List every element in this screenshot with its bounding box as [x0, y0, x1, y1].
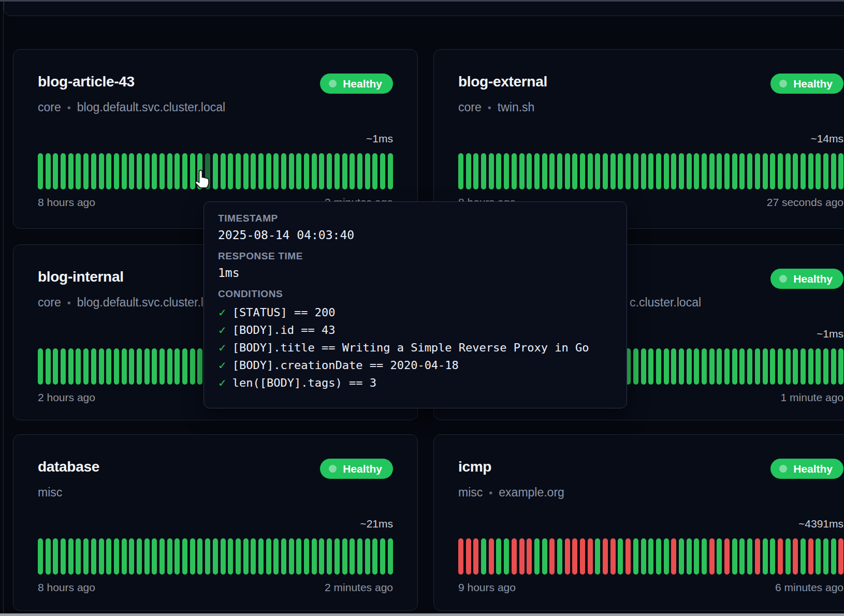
uptime-bar[interactable]	[687, 538, 692, 575]
uptime-bar[interactable]	[114, 153, 119, 189]
uptime-bar[interactable]	[770, 348, 775, 385]
uptime-bar[interactable]	[747, 153, 752, 189]
uptime-bar[interactable]	[778, 153, 783, 189]
uptime-bar[interactable]	[838, 348, 843, 385]
uptime-bar[interactable]	[243, 153, 249, 189]
uptime-bar[interactable]	[633, 153, 638, 189]
uptime-bar[interactable]	[273, 153, 279, 189]
uptime-bar[interactable]	[228, 153, 233, 189]
uptime-bar[interactable]	[785, 153, 791, 189]
uptime-bar[interactable]	[823, 153, 828, 189]
uptime-bar[interactable]	[197, 538, 202, 575]
uptime-bar[interactable]	[129, 538, 134, 575]
uptime-bar[interactable]	[228, 538, 233, 575]
uptime-bar[interactable]	[641, 348, 646, 385]
uptime-bar[interactable]	[565, 153, 570, 189]
uptime-bar[interactable]	[213, 153, 218, 189]
uptime-bar[interactable]	[91, 153, 96, 189]
uptime-bar[interactable]	[679, 348, 684, 385]
uptime-bar[interactable]	[816, 348, 821, 385]
uptime-bar[interactable]	[648, 538, 653, 575]
uptime-bar[interactable]	[304, 538, 309, 575]
uptime-bar[interactable]	[122, 153, 127, 189]
uptime-bar[interactable]	[99, 348, 104, 385]
uptime-bar[interactable]	[633, 348, 638, 385]
uptime-bar[interactable]	[603, 538, 608, 575]
uptime-bar[interactable]	[572, 153, 577, 189]
uptime-bar[interactable]	[709, 538, 715, 575]
uptime-bar[interactable]	[83, 538, 89, 575]
uptime-bar[interactable]	[648, 348, 653, 385]
uptime-bar[interactable]	[380, 153, 385, 189]
uptime-bar[interactable]	[68, 153, 74, 189]
uptime-bar[interactable]	[801, 538, 806, 575]
uptime-bar[interactable]	[205, 538, 210, 575]
uptime-bar[interactable]	[296, 538, 301, 575]
uptime-bar[interactable]	[83, 348, 89, 385]
uptime-bar[interactable]	[350, 538, 355, 575]
uptime-bar[interactable]	[46, 538, 51, 575]
uptime-bar[interactable]	[46, 153, 51, 189]
uptime-bar[interactable]	[129, 348, 134, 385]
uptime-bar[interactable]	[266, 538, 271, 575]
uptime-bar[interactable]	[512, 153, 517, 189]
uptime-bar[interactable]	[557, 538, 562, 575]
uptime-bar[interactable]	[106, 538, 111, 575]
uptime-bar[interactable]	[380, 538, 385, 575]
uptime-bar[interactable]	[702, 348, 707, 385]
uptime-bar[interactable]	[365, 538, 370, 575]
uptime-bar[interactable]	[334, 153, 340, 189]
uptime-bar[interactable]	[152, 153, 157, 189]
uptime-bar[interactable]	[319, 538, 324, 575]
uptime-bar[interactable]	[174, 153, 180, 189]
uptime-bar[interactable]	[473, 153, 478, 189]
uptime-bar[interactable]	[182, 538, 187, 575]
uptime-bar[interactable]	[466, 538, 471, 575]
uptime-bar[interactable]	[304, 153, 309, 189]
uptime-bar[interactable]	[831, 153, 836, 189]
uptime-bar[interactable]	[281, 538, 286, 575]
status-card[interactable]: icmp misc•example.org Healthy ~4391ms 9 …	[433, 434, 844, 611]
uptime-bar[interactable]	[372, 538, 377, 575]
uptime-bar[interactable]	[174, 538, 180, 575]
uptime-bar[interactable]	[618, 538, 623, 575]
uptime-bar[interactable]	[481, 153, 486, 189]
uptime-bar[interactable]	[793, 153, 798, 189]
uptime-bar[interactable]	[671, 538, 676, 575]
uptime-bar[interactable]	[76, 538, 81, 575]
uptime-bar[interactable]	[778, 538, 783, 575]
uptime-bar[interactable]	[732, 538, 737, 575]
uptime-bar[interactable]	[595, 153, 600, 189]
uptime-bar[interactable]	[687, 153, 692, 189]
uptime-bar[interactable]	[724, 153, 730, 189]
uptime-bar[interactable]	[588, 538, 593, 575]
uptime-bar[interactable]	[785, 348, 791, 385]
uptime-bar[interactable]	[595, 538, 600, 575]
uptime-bar[interactable]	[258, 153, 264, 189]
uptime-bar[interactable]	[53, 348, 58, 385]
uptime-bar[interactable]	[679, 153, 684, 189]
uptime-bar[interactable]	[717, 153, 722, 189]
uptime-bar[interactable]	[739, 538, 745, 575]
uptime-bar[interactable]	[319, 153, 324, 189]
uptime-bar[interactable]	[763, 348, 768, 385]
uptime-bar[interactable]	[122, 538, 127, 575]
uptime-bar[interactable]	[702, 538, 707, 575]
uptime-bar[interactable]	[496, 538, 501, 575]
uptime-bar[interactable]	[372, 153, 377, 189]
uptime-bar[interactable]	[68, 538, 74, 575]
uptime-bar[interactable]	[664, 348, 669, 385]
uptime-bar[interactable]	[289, 538, 294, 575]
uptime-bar[interactable]	[357, 538, 362, 575]
uptime-bar[interactable]	[671, 348, 676, 385]
uptime-bar[interactable]	[580, 153, 585, 189]
uptime-bar[interactable]	[656, 348, 661, 385]
uptime-bar[interactable]	[144, 348, 150, 385]
uptime-bar[interactable]	[99, 538, 104, 575]
uptime-bar[interactable]	[365, 153, 370, 189]
uptime-bar[interactable]	[823, 538, 828, 575]
uptime-bar[interactable]	[664, 153, 669, 189]
uptime-bar[interactable]	[236, 538, 241, 575]
uptime-bar[interactable]	[327, 153, 332, 189]
uptime-bar[interactable]	[221, 153, 226, 189]
